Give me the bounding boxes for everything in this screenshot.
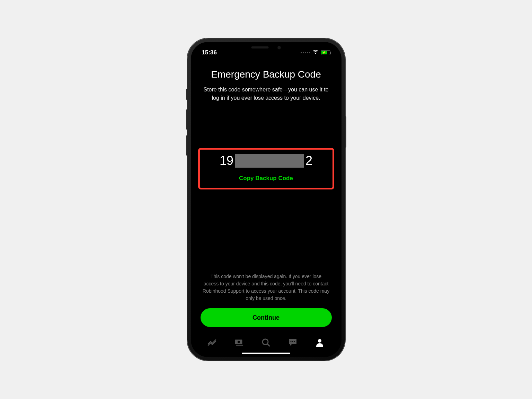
charging-bolt-icon: ⚡ [322,51,326,54]
svg-point-6 [292,341,293,342]
code-suffix: 2 [305,153,312,168]
code-redacted-block [235,154,304,168]
phone-volume-up [186,109,187,130]
tab-investing[interactable] [207,338,217,347]
svg-point-5 [291,341,292,342]
battery-icon: ⚡ [321,50,330,55]
tab-messages[interactable] [288,338,298,347]
page-description: Store this code somewhere safe—you can u… [201,86,332,102]
status-indicators: ⚡ [301,49,330,56]
page-title: Emergency Backup Code [201,69,332,80]
outer-frame: 15:36 [46,35,486,364]
phone-silent-switch [186,89,187,100]
svg-rect-2 [236,345,243,346]
svg-point-1 [237,341,240,343]
copy-backup-code-link[interactable]: Copy Backup Code [201,175,332,182]
code-prefix: 19 [220,153,233,168]
spacer [201,182,332,273]
wifi-icon [312,49,319,56]
tab-cash[interactable] [234,338,244,347]
continue-button[interactable]: Continue [201,308,332,327]
warning-text: This code won't be displayed again. If y… [201,273,332,302]
phone-notch [239,42,293,53]
main-content: Emergency Backup Code Store this code so… [191,59,342,331]
backup-code-display: 19 2 [201,153,332,168]
status-time: 15:36 [202,49,217,56]
phone-frame: 15:36 [187,38,345,361]
phone-speaker [251,46,268,48]
tab-account[interactable] [315,338,325,347]
cellular-icon [301,52,310,53]
phone-screen: 15:36 [191,42,342,357]
svg-point-8 [318,339,321,343]
tab-bar [191,331,342,351]
svg-point-7 [294,341,295,342]
phone-camera [277,46,281,50]
svg-line-4 [267,344,269,346]
tab-search[interactable] [261,338,271,347]
backup-code-section: 19 2 Copy Backup Code [201,153,332,182]
phone-power-button [345,116,346,148]
phone-volume-down [186,135,187,156]
home-indicator[interactable] [242,353,290,354]
